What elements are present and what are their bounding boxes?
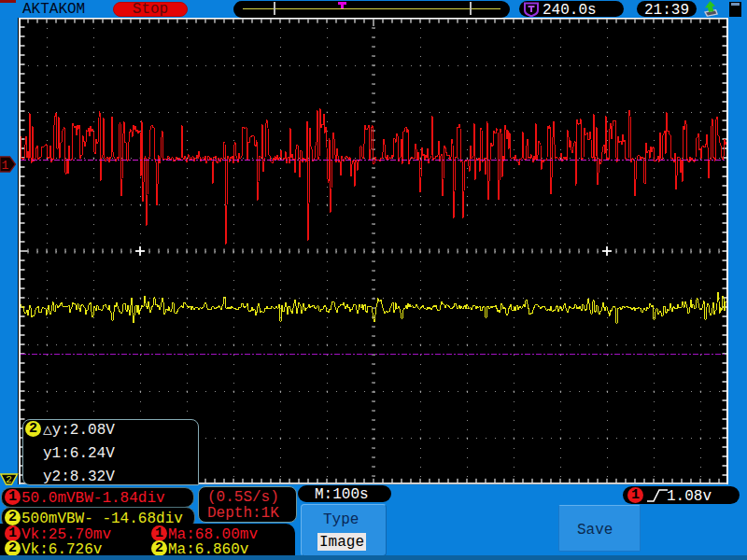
svg-text:1: 1 (2, 159, 9, 173)
svg-text:2: 2 (6, 474, 12, 485)
